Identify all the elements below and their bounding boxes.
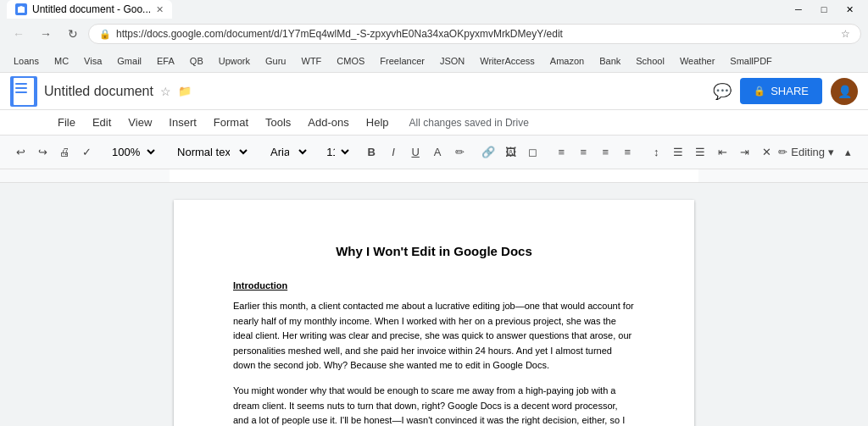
line-spacing-button[interactable]: ↕ (646, 141, 666, 164)
numbered-list-button[interactable]: ☰ (690, 141, 710, 164)
bookmark-gmail[interactable]: Gmail (110, 53, 148, 69)
bookmark-freelancer[interactable]: Freelancer (373, 53, 431, 69)
document-title-area: Untitled document (44, 84, 153, 99)
undo-button[interactable]: ↩ (10, 141, 31, 164)
document-area[interactable]: Why I Won't Edit in Google Docs Introduc… (0, 183, 868, 426)
bookmark-school[interactable]: School (629, 53, 671, 69)
move-to-folder-button[interactable]: 📁 (178, 85, 192, 97)
menu-help[interactable]: Help (359, 113, 396, 132)
browser-tab[interactable]: Untitled document - Goo... ✕ (7, 0, 172, 19)
document-main-title: Why I Won't Edit in Google Docs (233, 242, 635, 262)
editing-mode-label: Editing (791, 146, 825, 158)
clear-formatting-button[interactable]: ✕ (756, 141, 776, 164)
indent-increase-button[interactable]: ⇥ (734, 141, 754, 164)
menu-file[interactable]: File (51, 113, 82, 132)
header-right: 💬 🔒 SHARE 👤 (713, 78, 858, 105)
bookmark-guru[interactable]: Guru (259, 53, 292, 69)
document-heading-introduction: Introduction (233, 279, 635, 293)
bookmark-upwork[interactable]: Upwork (212, 53, 257, 69)
underline-button[interactable]: U (405, 141, 426, 164)
share-lock-icon: 🔒 (754, 86, 765, 97)
bold-button[interactable]: B (361, 141, 381, 164)
secure-icon: 🔒 (99, 29, 111, 40)
document-title[interactable]: Untitled document (44, 84, 153, 99)
bookmark-smallpdf[interactable]: SmallPDF (723, 53, 779, 69)
bookmark-efa[interactable]: EFA (150, 53, 181, 69)
editing-mode-chevron: ▾ (828, 146, 834, 158)
tab-close-button[interactable]: ✕ (156, 4, 164, 15)
address-bar: ← → ↻ 🔒 https://docs.google.com/document… (0, 19, 868, 49)
menu-edit[interactable]: Edit (86, 113, 118, 132)
bookmark-star-icon[interactable]: ☆ (841, 28, 850, 40)
editing-pencil-icon: ✏ (778, 146, 787, 158)
ruler (0, 169, 868, 183)
fill-color-button[interactable]: ◻ (522, 141, 542, 164)
bookmark-qb[interactable]: QB (183, 53, 210, 69)
user-avatar[interactable]: 👤 (831, 78, 858, 105)
app-header: Untitled document ☆ 📁 💬 🔒 SHARE 👤 (0, 73, 868, 110)
share-button[interactable]: 🔒 SHARE (740, 78, 822, 104)
bullet-list-button[interactable]: ☰ (668, 141, 688, 164)
url-bar[interactable]: 🔒 https://docs.google.com/document/d/1Y7… (88, 24, 861, 44)
bookmark-mc[interactable]: MC (47, 53, 75, 69)
url-text: https://docs.google.com/document/d/1Y7mE… (116, 28, 563, 40)
collapse-toolbar-button[interactable]: ▴ (837, 141, 858, 164)
zoom-selector[interactable]: 100% (105, 143, 158, 161)
reload-button[interactable]: ↻ (61, 22, 85, 46)
menu-format[interactable]: Format (207, 113, 255, 132)
bookmark-writeraccess[interactable]: WriterAccess (473, 53, 542, 69)
paragraph-style-selector[interactable]: Normal text (166, 142, 251, 162)
bookmark-json[interactable]: JSON (433, 53, 471, 69)
text-color-button[interactable]: A (427, 141, 448, 164)
document-paragraph-1[interactable]: Earlier this month, a client contacted m… (233, 299, 635, 373)
menu-view[interactable]: View (121, 113, 159, 132)
star-document-button[interactable]: ☆ (160, 85, 171, 98)
indent-decrease-button[interactable]: ⇤ (712, 141, 732, 164)
bookmark-weather[interactable]: Weather (673, 53, 721, 69)
menu-tools[interactable]: Tools (259, 113, 298, 132)
italic-button[interactable]: I (383, 141, 403, 164)
bookmark-cmos[interactable]: CMOS (330, 53, 371, 69)
bookmarks-bar: Loans MC Visa Gmail EFA QB Upwork Guru W… (0, 49, 868, 73)
tab-title: Untitled document - Goo... (32, 3, 151, 15)
tab-favicon (15, 3, 27, 15)
font-selector[interactable]: Arial (259, 142, 310, 162)
minimize-button[interactable]: ─ (787, 2, 810, 17)
toolbar: ↩ ↪ 🖨 ✓ 100% Normal text Arial 11 B I U … (0, 136, 868, 169)
close-window-button[interactable]: ✕ (837, 2, 861, 17)
bookmark-visa[interactable]: Visa (77, 53, 108, 69)
redo-button[interactable]: ↪ (32, 141, 53, 164)
comments-button[interactable]: 💬 (713, 82, 732, 101)
align-center-button[interactable]: ≡ (573, 141, 593, 164)
menu-insert[interactable]: Insert (162, 113, 203, 132)
back-button[interactable]: ← (7, 22, 31, 46)
highlight-button[interactable]: ✏ (449, 141, 470, 164)
justify-button[interactable]: ≡ (617, 141, 637, 164)
align-right-button[interactable]: ≡ (595, 141, 615, 164)
spellcheck-button[interactable]: ✓ (76, 141, 97, 164)
changes-saved-label: All changes saved in Drive (409, 117, 529, 129)
print-button[interactable]: 🖨 (54, 141, 75, 164)
document-page: Why I Won't Edit in Google Docs Introduc… (174, 200, 694, 426)
menu-addons[interactable]: Add-ons (301, 113, 355, 132)
window-controls: ─ □ ✕ (787, 2, 861, 17)
image-button[interactable]: 🖼 (500, 141, 520, 164)
maximize-button[interactable]: □ (812, 2, 836, 17)
editing-mode-indicator[interactable]: ✏ Editing ▾ ▴ (778, 141, 858, 164)
link-button[interactable]: 🔗 (478, 141, 498, 164)
forward-button[interactable]: → (34, 22, 58, 46)
font-size-selector[interactable]: 11 (319, 142, 353, 162)
share-label: SHARE (771, 85, 809, 97)
bookmark-loans[interactable]: Loans (7, 53, 46, 69)
menu-bar: File Edit View Insert Format Tools Add-o… (0, 110, 868, 136)
align-left-button[interactable]: ≡ (551, 141, 571, 164)
bookmark-bank[interactable]: Bank (593, 53, 627, 69)
document-paragraph-2[interactable]: You might wonder why that would be enoug… (233, 384, 635, 426)
docs-logo (10, 76, 37, 107)
bookmark-wtf[interactable]: WTF (295, 53, 329, 69)
bookmark-amazon[interactable]: Amazon (543, 53, 591, 69)
